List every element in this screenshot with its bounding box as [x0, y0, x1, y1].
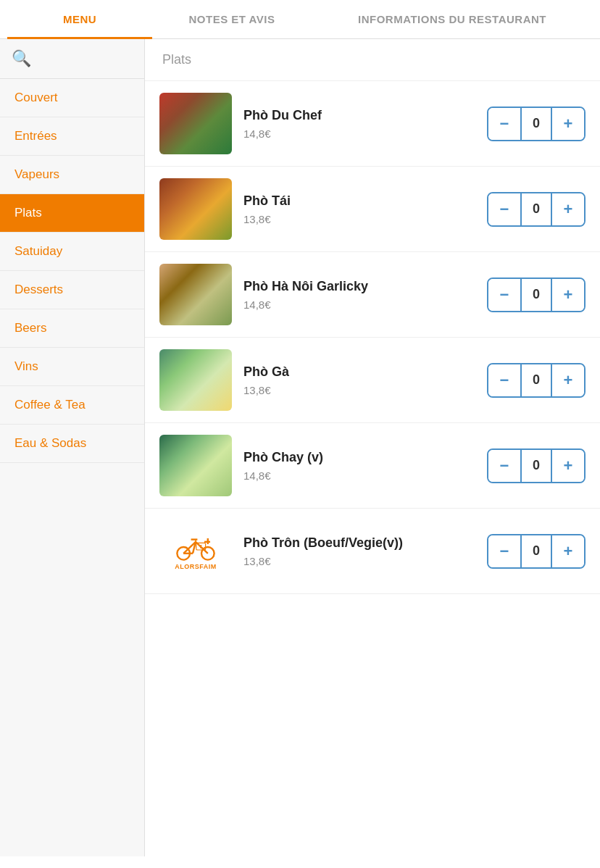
- menu-item: Phò Hà Nôi Garlicky 14,8€ − 0 +: [145, 252, 600, 338]
- decrease-button[interactable]: −: [488, 279, 520, 311]
- tab-info[interactable]: INFORMATIONS DU RESTAURANT: [312, 0, 593, 38]
- decrease-button[interactable]: −: [488, 535, 520, 567]
- menu-item-image: [159, 93, 232, 154]
- menu-item: € ALORSFAIM Phò Trôn (Boeuf/Vegie(v)) 13…: [145, 509, 600, 594]
- sidebar: 🔍 Couvert Entrées Vapeurs Plats Satuiday…: [0, 39, 145, 856]
- sidebar-item-plats[interactable]: Plats: [0, 194, 144, 233]
- increase-button[interactable]: +: [552, 535, 584, 567]
- sidebar-item-beers[interactable]: Beers: [0, 309, 144, 348]
- decrease-button[interactable]: −: [488, 193, 520, 225]
- sidebar-item-eau-sodas[interactable]: Eau & Sodas: [0, 425, 144, 463]
- menu-item-price: 14,8€: [243, 299, 475, 311]
- menu-item-price: 13,8€: [243, 213, 475, 225]
- menu-item-price: 13,8€: [243, 384, 475, 396]
- menu-item-name: Phò Gà: [243, 364, 475, 380]
- search-area[interactable]: 🔍: [0, 39, 144, 79]
- increase-button[interactable]: +: [552, 108, 584, 140]
- decrease-button[interactable]: −: [488, 108, 520, 140]
- main-layout: 🔍 Couvert Entrées Vapeurs Plats Satuiday…: [0, 39, 600, 856]
- menu-item-image: [159, 264, 232, 325]
- quantity-control: − 0 +: [487, 448, 586, 483]
- bike-icon: €: [174, 533, 217, 562]
- sidebar-item-vapeurs[interactable]: Vapeurs: [0, 156, 144, 194]
- menu-item-price: 14,8€: [243, 128, 475, 140]
- top-navigation: MENU NOTES ET AVIS INFORMATIONS DU RESTA…: [0, 0, 600, 39]
- menu-item-image: [159, 349, 232, 411]
- menu-item: Phò Chay (v) 14,8€ − 0 +: [145, 423, 600, 509]
- increase-button[interactable]: +: [552, 279, 584, 311]
- menu-item-image: [159, 178, 232, 240]
- quantity-value: 0: [520, 279, 552, 311]
- alorsfaim-placeholder: € ALORSFAIM: [159, 520, 232, 582]
- decrease-button[interactable]: −: [488, 364, 520, 396]
- menu-item: Phò Gà 13,8€ − 0 +: [145, 338, 600, 423]
- menu-item-name: Phò Hà Nôi Garlicky: [243, 279, 475, 294]
- search-icon: 🔍: [12, 49, 31, 67]
- quantity-value: 0: [520, 450, 552, 482]
- menu-item-details: Phò Gà 13,8€: [243, 364, 475, 396]
- alorsfaim-label: ALORSFAIM: [175, 563, 217, 570]
- menu-item: Phò Tái 13,8€ − 0 +: [145, 167, 600, 252]
- increase-button[interactable]: +: [552, 193, 584, 225]
- menu-item-name: Phò Du Chef: [243, 108, 475, 123]
- menu-item-image: [159, 435, 232, 496]
- menu-item-details: Phò Du Chef 14,8€: [243, 108, 475, 140]
- quantity-control: − 0 +: [487, 534, 586, 569]
- svg-text:€: €: [199, 544, 202, 549]
- menu-item: Phò Du Chef 14,8€ − 0 +: [145, 81, 600, 167]
- tab-notes[interactable]: NOTES ET AVIS: [152, 0, 312, 38]
- increase-button[interactable]: +: [552, 364, 584, 396]
- menu-item-details: Phò Tái 13,8€: [243, 193, 475, 225]
- tab-menu[interactable]: MENU: [7, 0, 152, 38]
- sidebar-item-satuiday[interactable]: Satuiday: [0, 233, 144, 271]
- quantity-value: 0: [520, 108, 552, 140]
- menu-item-price: 14,8€: [243, 470, 475, 482]
- sidebar-item-couvert[interactable]: Couvert: [0, 79, 144, 117]
- quantity-control: − 0 +: [487, 363, 586, 398]
- quantity-control: − 0 +: [487, 277, 586, 312]
- sidebar-item-entrees[interactable]: Entrées: [0, 117, 144, 156]
- decrease-button[interactable]: −: [488, 450, 520, 482]
- menu-item-details: Phò Trôn (Boeuf/Vegie(v)) 13,8€: [243, 535, 475, 567]
- quantity-value: 0: [520, 535, 552, 567]
- content-area: Plats Phò Du Chef 14,8€ − 0 + Phò Tái 13…: [145, 39, 600, 856]
- quantity-control: − 0 +: [487, 107, 586, 141]
- quantity-value: 0: [520, 364, 552, 396]
- increase-button[interactable]: +: [552, 450, 584, 482]
- quantity-value: 0: [520, 193, 552, 225]
- menu-item-details: Phò Hà Nôi Garlicky 14,8€: [243, 279, 475, 311]
- menu-item-name: Phò Trôn (Boeuf/Vegie(v)): [243, 535, 475, 551]
- menu-item-price: 13,8€: [243, 555, 475, 567]
- menu-item-name: Phò Tái: [243, 193, 475, 209]
- quantity-control: − 0 +: [487, 192, 586, 227]
- section-title: Plats: [145, 39, 600, 81]
- menu-item-details: Phò Chay (v) 14,8€: [243, 450, 475, 482]
- sidebar-item-desserts[interactable]: Desserts: [0, 271, 144, 309]
- menu-item-name: Phò Chay (v): [243, 450, 475, 465]
- sidebar-item-coffee-tea[interactable]: Coffee & Tea: [0, 386, 144, 425]
- sidebar-item-vins[interactable]: Vins: [0, 348, 144, 386]
